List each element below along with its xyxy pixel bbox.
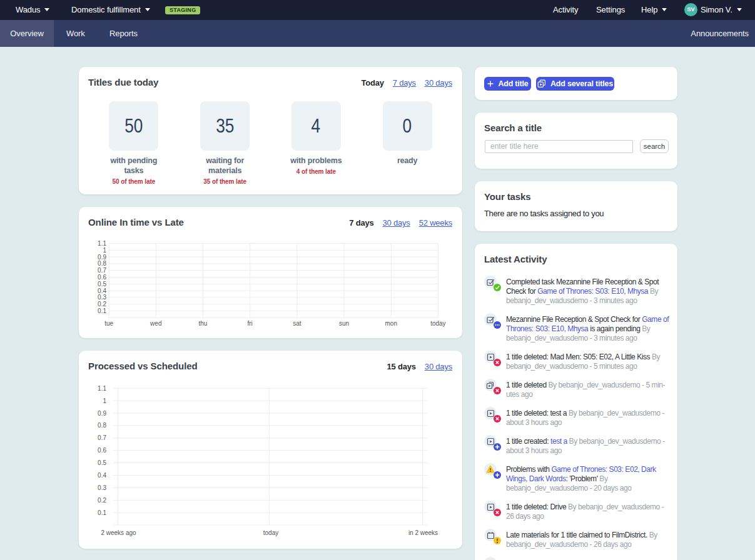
svg-text:today: today: [263, 529, 278, 536]
svg-text:0.1: 0.1: [98, 308, 106, 314]
svg-text:wed: wed: [149, 320, 161, 327]
svg-text:0.6: 0.6: [98, 274, 106, 281]
svg-text:1.1: 1.1: [98, 385, 106, 392]
svg-text:0.4: 0.4: [98, 472, 106, 479]
svg-text:0.9: 0.9: [98, 254, 106, 261]
svg-text:in 2 weeks: in 2 weeks: [408, 529, 438, 536]
svg-text:0.3: 0.3: [98, 294, 106, 301]
svg-text:1: 1: [103, 398, 106, 404]
svg-text:0.9: 0.9: [98, 410, 106, 417]
svg-text:sat: sat: [293, 320, 301, 327]
svg-text:0.5: 0.5: [98, 459, 106, 466]
svg-text:0.6: 0.6: [98, 447, 106, 454]
svg-text:0.1: 0.1: [98, 509, 106, 516]
svg-text:0.7: 0.7: [98, 267, 106, 274]
svg-text:today: today: [430, 320, 445, 327]
svg-text:thu: thu: [199, 320, 208, 327]
svg-text:fri: fri: [247, 320, 252, 327]
svg-text:0.5: 0.5: [98, 281, 106, 288]
svg-text:sun: sun: [339, 320, 349, 327]
svg-text:0.2: 0.2: [98, 301, 106, 308]
svg-text:1.1: 1.1: [98, 240, 106, 247]
svg-text:0.2: 0.2: [98, 497, 106, 504]
svg-text:0.8: 0.8: [98, 422, 106, 429]
svg-text:0.7: 0.7: [98, 434, 106, 441]
svg-text:0.4: 0.4: [98, 288, 106, 294]
svg-text:mon: mon: [385, 320, 397, 327]
svg-text:0.3: 0.3: [98, 484, 106, 491]
svg-text:tue: tue: [104, 320, 113, 327]
svg-text:2 weeks ago: 2 weeks ago: [101, 529, 136, 536]
svg-text:1: 1: [103, 247, 106, 254]
svg-text:0.8: 0.8: [98, 260, 106, 267]
